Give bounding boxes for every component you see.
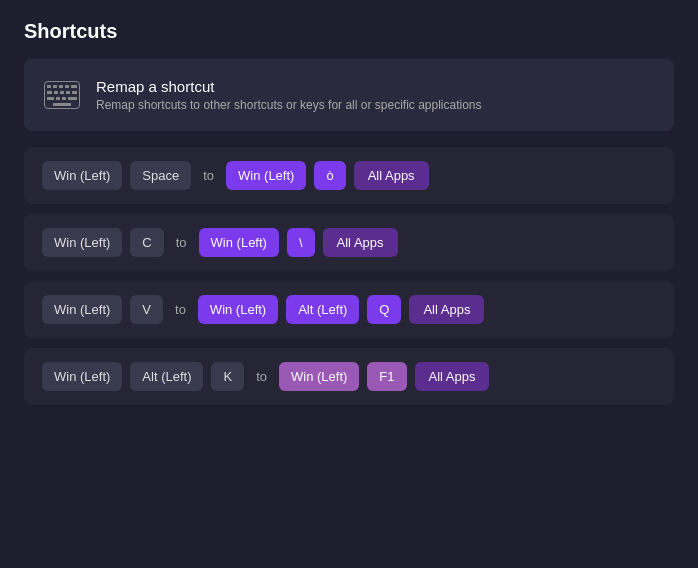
- to-label-2: to: [172, 235, 191, 250]
- svg-rect-5: [71, 85, 77, 88]
- svg-rect-11: [47, 97, 54, 100]
- remap-card-title: Remap a shortcut: [96, 78, 482, 95]
- app-badge-2[interactable]: All Apps: [323, 228, 398, 257]
- from-key-2-1: Win (Left): [42, 228, 122, 257]
- to-key-4-2: F1: [367, 362, 406, 391]
- svg-rect-2: [53, 85, 57, 88]
- shortcut-row-3: Win (Left) V to Win (Left) Alt (Left) Q …: [24, 281, 674, 338]
- svg-rect-12: [56, 97, 60, 100]
- keyboard-icon: [42, 75, 82, 115]
- page-title: Shortcuts: [24, 20, 674, 43]
- to-key-3-2: Alt (Left): [286, 295, 359, 324]
- from-key-2-2: C: [130, 228, 163, 257]
- to-label-3: to: [171, 302, 190, 317]
- to-key-3-3: Q: [367, 295, 401, 324]
- svg-rect-7: [54, 91, 58, 94]
- shortcut-row-4: Win (Left) Alt (Left) K to Win (Left) F1…: [24, 348, 674, 405]
- to-key-1-2: ò: [314, 161, 345, 190]
- svg-rect-10: [72, 91, 77, 94]
- remap-card-text: Remap a shortcut Remap shortcuts to othe…: [96, 78, 482, 112]
- page-container: Shortcuts Remap a: [0, 0, 698, 568]
- from-key-1-1: Win (Left): [42, 161, 122, 190]
- app-badge-4[interactable]: All Apps: [415, 362, 490, 391]
- svg-rect-14: [68, 97, 77, 100]
- to-key-4-1: Win (Left): [279, 362, 359, 391]
- from-key-3-2: V: [130, 295, 163, 324]
- to-key-3-1: Win (Left): [198, 295, 278, 324]
- from-key-4-1: Win (Left): [42, 362, 122, 391]
- app-badge-1[interactable]: All Apps: [354, 161, 429, 190]
- to-key-1-1: Win (Left): [226, 161, 306, 190]
- svg-rect-6: [47, 91, 52, 94]
- svg-rect-15: [53, 103, 71, 106]
- from-key-1-2: Space: [130, 161, 191, 190]
- remap-card[interactable]: Remap a shortcut Remap shortcuts to othe…: [24, 59, 674, 131]
- shortcut-row-1: Win (Left) Space to Win (Left) ò All App…: [24, 147, 674, 204]
- to-label-4: to: [252, 369, 271, 384]
- to-label-1: to: [199, 168, 218, 183]
- shortcut-row-2: Win (Left) C to Win (Left) \ All Apps: [24, 214, 674, 271]
- to-key-2-1: Win (Left): [199, 228, 279, 257]
- from-key-3-1: Win (Left): [42, 295, 122, 324]
- svg-rect-8: [60, 91, 64, 94]
- remap-card-subtitle: Remap shortcuts to other shortcuts or ke…: [96, 98, 482, 112]
- svg-rect-1: [47, 85, 51, 88]
- svg-rect-3: [59, 85, 63, 88]
- svg-rect-4: [65, 85, 69, 88]
- from-key-4-2: Alt (Left): [130, 362, 203, 391]
- to-key-2-2: \: [287, 228, 315, 257]
- svg-rect-13: [62, 97, 66, 100]
- from-key-4-3: K: [211, 362, 244, 391]
- svg-rect-9: [66, 91, 70, 94]
- app-badge-3[interactable]: All Apps: [409, 295, 484, 324]
